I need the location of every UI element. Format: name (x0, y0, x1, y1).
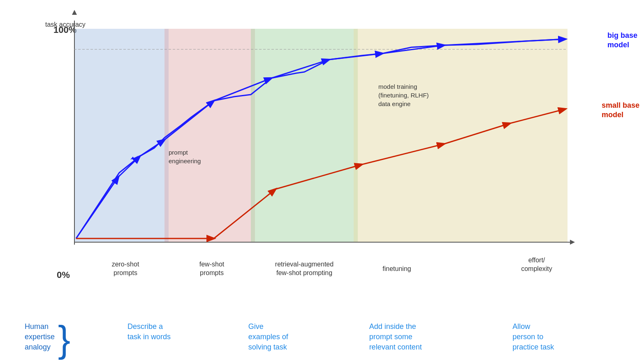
svg-line-4 (140, 140, 164, 156)
svg-line-15 (444, 123, 510, 144)
analogy-item-3: Add inside theprompt somerelevant conten… (369, 322, 505, 353)
chart-container: task accuracy 100% 0% (41, 12, 596, 284)
chart-area: promptengineering model training(finetun… (74, 29, 568, 243)
svg-line-10 (444, 39, 565, 45)
x-label-few-shot: few-shotprompts (175, 260, 249, 278)
chart-svg (74, 29, 568, 243)
x-label-rag: retrieval-augmentedfew-shot prompting (257, 260, 352, 278)
analogy-item-1: Describe atask in words (123, 322, 240, 342)
y-label-0: 0% (57, 270, 70, 280)
brace-icon: } (58, 324, 70, 355)
annotation-prompt-engineering: promptengineering (169, 148, 201, 165)
human-expertise-label: Humanexpertiseanalogy (25, 322, 55, 353)
label-small-base-model: small basemodel (602, 101, 639, 120)
x-label-zero-shot: zero-shotprompts (86, 260, 164, 278)
x-label-finetuning: finetuning (366, 265, 428, 273)
analogy-item-4: Allowperson topractice task (512, 322, 625, 353)
human-expertise-container: Humanexpertiseanalogy } (25, 322, 115, 355)
annotation-model-training: model training(finetuning, RLHF)data eng… (378, 82, 429, 108)
x-axis-arrow (570, 240, 575, 245)
svg-line-14 (362, 144, 444, 164)
svg-line-5 (164, 101, 214, 140)
label-big-base-model: big basemodel (607, 31, 637, 50)
svg-line-2 (76, 177, 118, 238)
y-label-100: 100% (53, 25, 76, 35)
analogy-item-2: Giveexamples ofsolving task (248, 322, 361, 353)
y-axis-arrow (72, 10, 77, 15)
svg-line-3 (118, 156, 140, 177)
x-label-effort: effort/complexity (506, 256, 568, 273)
svg-line-7 (271, 60, 329, 78)
svg-line-6 (214, 78, 271, 101)
bottom-section: Humanexpertiseanalogy } Describe atask i… (25, 322, 625, 355)
svg-line-12 (214, 189, 276, 238)
svg-line-13 (276, 164, 362, 189)
svg-line-8 (329, 53, 382, 60)
svg-line-16 (510, 109, 565, 123)
